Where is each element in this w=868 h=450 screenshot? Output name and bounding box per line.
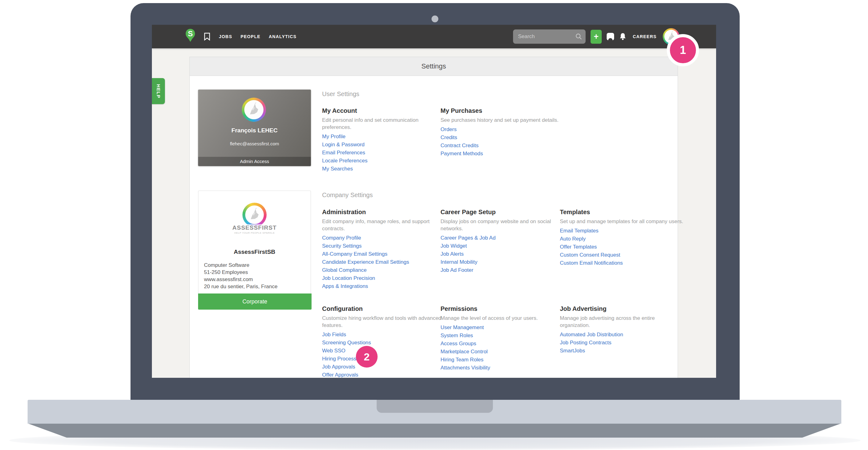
settings-link-security-settings[interactable]: Security Settings [322,242,362,250]
nav-item-jobs[interactable]: JOBS [219,34,232,39]
section-career-page-setup: Career Page SetupDisplay jobs on company… [440,207,564,274]
settings-link-web-sso[interactable]: Web SSO [322,347,345,355]
annotation-badge-1: 1 [667,34,699,66]
settings-link-smartjobs[interactable]: SmartJobs [560,347,585,355]
user-settings-label: User Settings [322,89,359,99]
inbox-tray-icon[interactable] [606,32,615,41]
smartrecruiters-logo-icon[interactable]: S [185,29,195,44]
search-icon[interactable] [575,33,583,40]
settings-link-company-profile[interactable]: Company Profile [322,234,361,242]
settings-link-orders[interactable]: Orders [440,126,457,134]
settings-link-job-widget[interactable]: Job Widget [440,242,467,250]
settings-link-credits[interactable]: Credits [440,134,457,141]
settings-link-career-pages-job-ad[interactable]: Career Pages & Job Ad [440,234,496,242]
section-templates: TemplatesSet up and manage templates for… [560,207,684,267]
company-logo-text: ASSESSFIRST [232,224,277,231]
company-settings-label: Company Settings [322,190,373,200]
user-profile-card[interactable]: François LEHEC flehec@assessfirst.com Ad… [198,90,311,166]
laptop-mockup: S JOBS PEOPLE ANALYTICS [0,0,868,450]
section-title: Job Advertising [560,304,684,313]
settings-link-access-groups[interactable]: Access Groups [440,340,476,348]
settings-link-locale-preferences[interactable]: Locale Preferences [322,157,367,165]
section-description: Customize hiring workflow and tools with… [322,315,446,329]
settings-link-job-approvals[interactable]: Job Approvals [322,363,355,371]
company-details: Computer Software 51-250 Employees www.a… [204,262,277,290]
section-administration: AdministrationEdit company info, manage … [322,207,446,290]
settings-link-email-templates[interactable]: Email Templates [560,227,598,235]
settings-link-auto-reply[interactable]: Auto Reply [560,235,586,243]
nav-item-careers[interactable]: CAREERS [633,34,657,39]
company-website: www.assessfirst.com [204,276,277,283]
section-job-advertising: Job AdvertisingManage job advertising ac… [560,304,684,355]
section-title: Templates [560,207,684,217]
settings-link-job-posting-contracts[interactable]: Job Posting Contracts [560,339,611,347]
company-address: 20 rue du sentier, Paris, France [204,283,277,290]
section-description: Manage the level of access of your users… [440,315,564,322]
webcam-dot [432,15,438,22]
settings-link-global-compliance[interactable]: Global Compliance [322,266,367,274]
help-tab[interactable]: HELP [152,78,165,104]
settings-link-my-profile[interactable]: My Profile [322,133,346,141]
settings-panel: Settings François [189,57,678,378]
laptop-base-edge [28,423,841,438]
settings-link-job-location-precision[interactable]: Job Location Precision [322,274,375,282]
settings-link-my-searches[interactable]: My Searches [322,165,353,173]
settings-link-job-fields[interactable]: Job Fields [322,331,346,339]
admin-access-badge: Admin Access [198,157,311,166]
section-description: See purchases history and set up payment… [440,117,564,124]
company-name: AssessFirstSB [198,249,311,255]
settings-link-system-roles[interactable]: System Roles [440,332,473,340]
search-input[interactable] [513,29,586,44]
settings-link-attachments-visibility[interactable]: Attachments Visibility [440,364,490,372]
user-card-avatar [242,98,266,122]
section-my-account: My AccountEdit personal info and set com… [322,106,446,173]
add-new-button[interactable]: + [591,30,602,44]
user-name: François LEHEC [198,127,311,134]
settings-link-screening-questions[interactable]: Screening Questions [322,339,371,347]
settings-link-contract-credits[interactable]: Contract Credits [440,141,478,150]
settings-link-custom-email-notifications[interactable]: Custom Email Notifications [560,259,623,267]
user-email: flehec@assessfirst.com [198,141,311,146]
settings-link-offer-approvals[interactable]: Offer Approvals [322,371,359,378]
company-size: 51-250 Employees [204,269,277,276]
settings-link-candidate-experience-email-settings[interactable]: Candidate Experience Email Settings [322,258,409,266]
settings-link-internal-mobility[interactable]: Internal Mobility [440,258,477,266]
laptop-base [28,400,841,424]
settings-link-email-preferences[interactable]: Email Preferences [322,149,365,157]
help-tab-label: HELP [156,84,161,98]
search-box [513,29,586,44]
settings-link-offer-templates[interactable]: Offer Templates [560,243,597,251]
top-navbar: S JOBS PEOPLE ANALYTICS [152,25,716,49]
section-title: Configuration [322,304,446,313]
laptop-screen-bezel: S JOBS PEOPLE ANALYTICS [130,3,740,400]
settings-link-all-company-email-settings[interactable]: All-Company Email Settings [322,250,388,258]
settings-link-hiring-process[interactable]: Hiring Process [322,355,356,363]
settings-link-user-management[interactable]: User Management [440,324,484,332]
settings-page: HELP Settings [152,49,716,378]
section-permissions: PermissionsManage the level of access of… [440,304,564,372]
app-screen: S JOBS PEOPLE ANALYTICS [152,25,716,378]
settings-link-custom-consent-request[interactable]: Custom Consent Request [560,251,620,259]
nav-item-analytics[interactable]: ANALYTICS [269,34,297,39]
section-title: Career Page Setup [440,207,564,217]
settings-link-login-password[interactable]: Login & Password [322,141,365,149]
settings-link-apps-integrations[interactable]: Apps & Integrations [322,282,368,290]
section-description: Manage job advertising across the entire… [560,315,684,329]
settings-link-job-ad-footer[interactable]: Job Ad Footer [440,266,473,274]
settings-link-automated-job-distribution[interactable]: Automated Job Distribution [560,331,623,339]
section-description: Display jobs on company website and on s… [440,218,564,232]
corporate-button[interactable]: Corporate [198,293,312,310]
nav-item-people[interactable]: PEOPLE [241,34,260,39]
section-description: Edit company info, manage roles, and sup… [322,218,446,232]
company-card: ASSESSFIRST HELP YOUR PEOPLE SPARKLE Ass… [198,191,311,310]
company-logo-tagline: HELP YOUR PEOPLE SPARKLE [235,231,275,234]
section-title: Administration [322,207,446,217]
settings-link-job-alerts[interactable]: Job Alerts [440,250,464,258]
section-title: Permissions [440,304,564,313]
settings-link-hiring-team-roles[interactable]: Hiring Team Roles [440,356,484,364]
notifications-bell-icon[interactable] [619,33,626,41]
settings-link-payment-methods[interactable]: Payment Methods [440,150,483,158]
settings-link-marketplace-control[interactable]: Marketplace Control [440,348,488,356]
bookmark-icon[interactable] [204,33,211,41]
section-description: Edit personal info and set communication… [322,117,446,131]
